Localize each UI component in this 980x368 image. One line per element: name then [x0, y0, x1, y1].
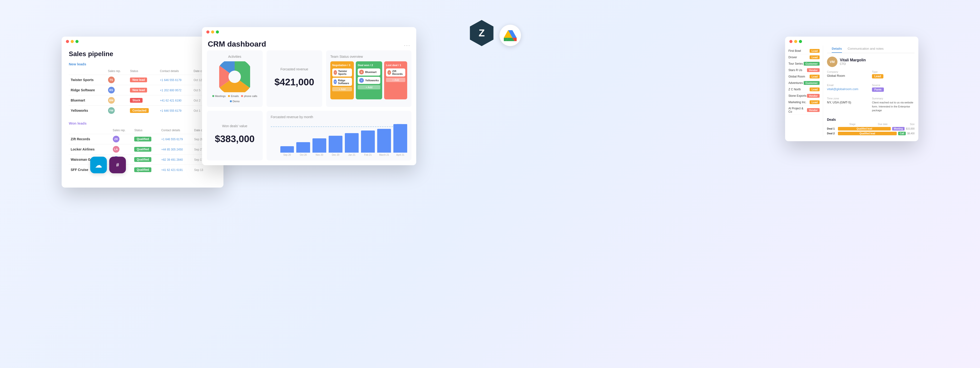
- list-item[interactable]: Al Project & Co Vendor: [788, 106, 819, 115]
- forecasted-revenue-value: $421,000: [274, 77, 314, 87]
- maximize-dot[interactable]: [75, 40, 78, 43]
- lead-badge: Customer: [803, 81, 819, 85]
- add-btn[interactable]: + Add: [386, 78, 405, 82]
- bar-chart-wrap: 2021 goal Sep 20Oct 20Nov 20Dec 20Jan 21…: [271, 122, 407, 156]
- status-badge: Qualified: [134, 157, 151, 162]
- tab-communication[interactable]: Communication and notes: [848, 44, 884, 53]
- table-row: Bluemart BM Stuck +41 62 421 6190 Oct 2: [69, 95, 216, 106]
- tab-details[interactable]: Details: [832, 44, 842, 53]
- bar-labels: Sep 20Oct 20Nov 20Dec 20Jan 21Feb 21Marc…: [271, 154, 407, 156]
- legend-demo: Demo: [230, 100, 240, 103]
- date-cell: Sep 13: [192, 165, 216, 175]
- lead-badge: Vendor: [807, 108, 819, 112]
- new-leads-label: New leads: [69, 62, 216, 66]
- crm-menu-dots[interactable]: ...: [404, 41, 410, 47]
- deal-size: $8,400: [907, 132, 915, 135]
- minimize-dot[interactable]: [71, 40, 74, 43]
- avatar-cell: BM: [106, 95, 128, 106]
- list-item[interactable]: Drover Lead: [788, 54, 819, 60]
- close-dot[interactable]: [66, 40, 69, 43]
- col-header-contact2: Contact details: [159, 128, 192, 134]
- phone-cell: +1 202 800 9572: [158, 85, 192, 95]
- status-badge: Qualified: [134, 137, 151, 141]
- bar: [280, 146, 294, 152]
- table-row: Twister Sports TS New lead +1 646 555 61…: [69, 75, 216, 85]
- phone-cell: +82 39 491 2840: [159, 154, 192, 165]
- lead-badge: Lead: [810, 100, 819, 104]
- crm-minimize-dot[interactable]: [211, 30, 214, 33]
- list-item[interactable]: Global Room Lead: [788, 73, 819, 80]
- list-item[interactable]: Marketing Inc. Lead: [788, 99, 819, 106]
- list-item[interactable]: Adventures Customer: [788, 80, 819, 86]
- team-card-item: T Twister Sports: [332, 68, 352, 76]
- avatar-cell: LA: [111, 144, 132, 154]
- gdrive-logo-wrap: [500, 25, 521, 46]
- crm-maximize-dot[interactable]: [216, 30, 219, 33]
- add-btn[interactable]: + Add: [332, 87, 352, 91]
- source-badge: Form: [872, 87, 884, 92]
- detail-maximize-dot[interactable]: [799, 40, 802, 43]
- company-cell: Bluemart: [69, 95, 106, 106]
- team-status-title: Team Status overview: [330, 55, 407, 59]
- company-value: Global Room: [827, 74, 870, 78]
- status-cell: New lead: [128, 85, 158, 95]
- bar-label: March 21: [377, 154, 391, 156]
- list-item[interactable]: First Bowl Lead: [788, 48, 819, 54]
- deals-col-stage: Stage: [850, 123, 856, 125]
- deal-row: Deal 2 Qualified lead Call $8,400: [827, 132, 915, 135]
- forecasted-by-month-title: Forcasted revenue by month: [271, 115, 407, 119]
- status-badge: New lead: [130, 88, 147, 92]
- crm-header: CRM dashboard ...: [202, 36, 416, 51]
- lead-badge: Lead: [810, 49, 819, 53]
- field-type: Type Lead: [872, 70, 915, 78]
- team-mini-avatar: Y: [359, 78, 364, 83]
- status-cell: Contacted: [128, 106, 158, 116]
- bar-label: Oct 20: [296, 154, 310, 156]
- detail-fields: Company Global Room Type Lead Email vita…: [827, 70, 915, 115]
- company-cell: Zift Records: [69, 134, 111, 144]
- status-badge: Qualified: [134, 147, 151, 152]
- phone-cell: +44 85 305 2450: [159, 144, 192, 154]
- avatar-cell: ZR: [111, 134, 132, 144]
- salesforce-logo: ☁: [90, 157, 107, 173]
- deal-stage: Qualified lead: [838, 127, 891, 130]
- team-mini-avatar: Z: [387, 70, 391, 75]
- deal-stage: Qualified lead: [838, 132, 897, 135]
- slack-logo: #: [109, 157, 126, 173]
- list-item[interactable]: Tour Series Customer: [788, 60, 819, 67]
- bar: [393, 124, 407, 152]
- list-item[interactable]: Stars R Us Vendor: [788, 67, 819, 73]
- team-card-item: B Bluemart: [358, 68, 380, 76]
- detail-minimize-dot[interactable]: [794, 40, 797, 43]
- detail-close-dot[interactable]: [789, 40, 792, 43]
- col-header-status: Status: [128, 68, 158, 75]
- table-row: Ridge Software RS New lead +1 202 800 95…: [69, 85, 216, 95]
- status-cell: Qualified: [132, 165, 159, 175]
- crm-titlebar: [202, 27, 416, 36]
- titlebar: [62, 36, 223, 45]
- lead-company: Stars R Us: [788, 68, 807, 72]
- status-badge: Stuck: [130, 98, 143, 103]
- pie-legend: Meetings Emails phone calls Demo: [211, 95, 258, 103]
- status-badge: New lead: [130, 78, 147, 82]
- lead-badge: Customer: [803, 62, 819, 66]
- avatar: TS: [108, 76, 115, 83]
- activities-card: Activities Meetings: [207, 51, 263, 107]
- list-item[interactable]: Stone Exports Vendor: [788, 93, 819, 99]
- crm-body: Activities Meetings: [202, 51, 416, 165]
- gdrive-circle: [500, 25, 521, 46]
- activities-title: Activities: [211, 55, 258, 59]
- lead-badge: Lead: [810, 75, 819, 78]
- avatar: ZR: [113, 136, 119, 143]
- crm-close-dot[interactable]: [206, 30, 209, 33]
- type-badge: Lead: [872, 74, 883, 78]
- deals-section: Deals Stage Due date Size Deal 1 Qualifi…: [827, 118, 915, 135]
- bar-label: Dec 20: [329, 154, 342, 156]
- avatar-cell: RS: [106, 85, 128, 95]
- detail-main: Details Communication and notes VM Vital…: [823, 45, 918, 136]
- company-cell: Yelloworks: [69, 106, 106, 116]
- deals-col-size: Size: [910, 123, 915, 125]
- add-btn[interactable]: + Add: [358, 85, 380, 89]
- list-item[interactable]: Z C North Lead: [788, 86, 819, 93]
- col-header-salesrep: Sales rep.: [106, 68, 128, 75]
